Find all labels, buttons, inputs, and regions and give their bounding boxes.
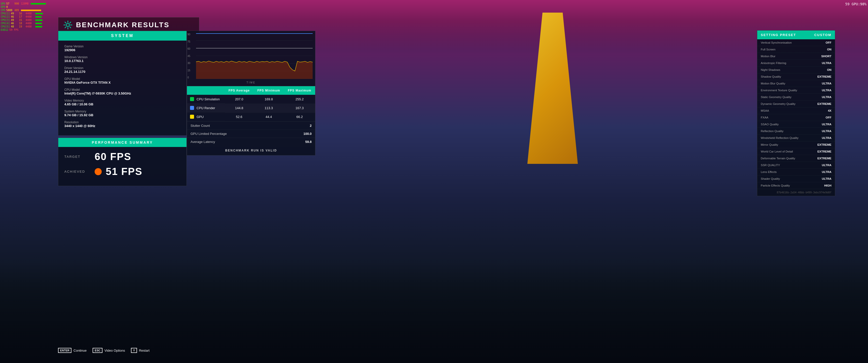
perf-target-row: TARGET 60 FPS [64, 151, 180, 162]
avg-latency-label: Average Latency [190, 140, 215, 144]
settings-row-windshield-reflection: Windshield Reflection Quality ULTRA [757, 135, 835, 141]
svg-line-7 [65, 27, 66, 28]
svg-point-0 [66, 24, 69, 27]
gpu-limited-value: 100.0 [303, 132, 312, 136]
gear-icon [63, 21, 72, 30]
gpu-min: 44.4 [254, 112, 284, 121]
fps-col-max: FPS Maximum [284, 86, 315, 95]
svg-line-6 [70, 27, 71, 28]
fps-table-header-row: FPS Average FPS Minimum FPS Maximum [187, 86, 315, 95]
system-header: SYSTEM [58, 31, 186, 41]
settings-row-env-texture: Environment Texture Quality ULTRA [757, 87, 835, 94]
fps-col-min: FPS Minimum [254, 86, 284, 95]
chart-table-column: 90 75 60 45 30 15 0 [187, 31, 315, 156]
system-row-cpu-model: CPU Model Intel(R) Core(TM) i7-5930K CPU… [64, 88, 180, 95]
hud-system-stats: GPU 57 998 128MB GPU 0 CPU 5888 409 CPU[… [0, 1, 47, 32]
restart-label: Restart [139, 349, 150, 353]
settings-row-motion-blur: Motion Blur SHORT [757, 53, 835, 60]
system-body: Game Version 192906 Windows Version 10.0… [58, 41, 186, 135]
settings-row-ssao: SSAO Quality ULTRA [757, 121, 835, 128]
bottom-controls-bar: ENTER Continue ESC Video Options Y Resta… [58, 348, 150, 353]
cpu-render-label: CPU Render [196, 106, 215, 110]
settings-row-deformable-terrain: Deformable Terrain Quality EXTREME [757, 155, 835, 162]
gpu-max: 66.2 [284, 112, 315, 121]
settings-preset-label: SETTING PRESET [761, 33, 796, 37]
perf-achieved-row: ACHIEVED 51 FPS [64, 166, 180, 177]
svg-line-8 [70, 22, 71, 23]
settings-row-static-geometry: Static Geometry Quality ULTRA [757, 94, 835, 101]
performance-summary-header: PERFORMANCE SUMMARY [58, 138, 186, 147]
control-enter[interactable]: ENTER Continue [58, 348, 87, 353]
fps-row-cpu-sim: CPU Simulation 207.0 169.8 255.2 [187, 95, 315, 104]
cpu-sim-min: 169.8 [254, 95, 284, 104]
fps-results-table: FPS Average FPS Minimum FPS Maximum CPU … [187, 86, 315, 122]
fps-col-avg: FPS Average [225, 86, 254, 95]
cpu-render-min: 113.3 [254, 104, 284, 112]
fps-data-table: FPS Average FPS Minimum FPS Maximum CPU … [187, 86, 315, 156]
svg-line-5 [65, 22, 66, 23]
settings-preset-value: CUSTOM [814, 33, 831, 37]
settings-row-particle-effects: Particle Effects Quality HIGH [757, 182, 835, 189]
chart-y-axis: 90 75 60 45 30 15 0 [187, 33, 190, 79]
cpu-sim-max: 255.2 [284, 95, 315, 104]
settings-row-night-shadows: Night Shadows ON [757, 67, 835, 73]
system-perf-column: SYSTEM Game Version 192906 Windows Versi… [58, 31, 187, 186]
cpu-sim-label: CPU Simulation [196, 97, 220, 101]
gpu-limited-label: GPU Limited Percentage [190, 132, 227, 136]
settings-footer-hash: 87b4616b-2a54-40bb-b499-3ebc974e9d0f [757, 189, 835, 196]
settings-header: SETTING PRESET CUSTOM [757, 31, 835, 39]
system-row-gpu-model: GPU Model NVIDIA GeForce GTX TITAN X [64, 77, 180, 85]
fps-col-name [187, 86, 225, 95]
settings-row-ssr: SSR QUALITY ULTRA [757, 162, 835, 169]
stutter-count-row: Stutter Count 2 [187, 122, 315, 130]
achieved-indicator-dot [95, 168, 102, 175]
system-row-windows-version: Windows Version 10.0.17763.1 [64, 56, 180, 63]
settings-row-motion-blur-quality: Motion Blur Quality ULTRA [757, 80, 835, 87]
enter-key-label: ENTER [58, 348, 71, 353]
gpu-label: GPU [196, 115, 204, 119]
avg-latency-row: Average Latency 59.8 [187, 138, 315, 146]
settings-row-lens-effects: Lens Effects ULTRA [757, 169, 835, 175]
y-key-label: Y [131, 348, 137, 353]
system-row-video-memory: Video Memory 4.65 GB / 10.06 GB [64, 99, 180, 106]
control-y[interactable]: Y Restart [131, 348, 149, 353]
performance-summary-panel: PERFORMANCE SUMMARY TARGET 60 FPS ACHIEV… [58, 138, 187, 186]
settings-row-mirror: Mirror Quality EXTREME [757, 141, 835, 148]
extra-stats: Stutter Count 2 GPU Limited Percentage 1… [187, 122, 315, 146]
benchmark-valid-text: BENCHMARK RUN IS VALID [187, 146, 315, 155]
settings-row-dynamic-geometry: Dynamic Geometry Quality EXTREME [757, 101, 835, 107]
cpu-render-avg: 144.8 [225, 104, 254, 112]
fps-chart-svg [196, 33, 313, 79]
chart-time-label: TIME [247, 81, 256, 84]
benchmark-title-text: BENCHMARK RESULTS [76, 21, 169, 29]
cpu-sim-color-dot [190, 97, 194, 101]
performance-summary-body: TARGET 60 FPS ACHIEVED 51 FPS [58, 147, 186, 186]
settings-row-anisotropic: Anisotropic Filtering ULTRA [757, 60, 835, 67]
gpu-color-dot [190, 115, 194, 119]
settings-row-shadow-quality: Shadow Quality EXTREME [757, 73, 835, 80]
control-esc[interactable]: ESC Video Options [93, 348, 125, 353]
fps-row-cpu-render: CPU Render 144.8 113.3 167.3 [187, 104, 315, 112]
left-panels: SYSTEM Game Version 192906 Windows Versi… [58, 31, 315, 186]
stutter-count-label: Stutter Count [190, 124, 210, 128]
system-row-resolution: Resolution 3440 x 1440 @ 60Hz [64, 121, 180, 128]
fps-row-gpu: GPU 52.6 44.4 66.2 [187, 112, 315, 121]
avg-latency-value: 59.8 [305, 140, 312, 144]
settings-row-msaa: MSAA 4X [757, 107, 835, 114]
video-options-label: Video Options [104, 349, 125, 353]
system-panel: SYSTEM Game Version 192906 Windows Versi… [58, 31, 187, 136]
settings-row-world-car-lod: World Car Level of Detail EXTREME [757, 148, 835, 155]
system-row-driver-version: Driver Version 24.21.14.1170 [64, 66, 180, 74]
fps-chart-panel: 90 75 60 45 30 15 0 [187, 31, 315, 86]
system-row-game-version: Game Version 192906 [64, 45, 180, 52]
settings-row-shader: Shader Quality ULTRA [757, 175, 835, 182]
settings-row-fullscreen: Full Screen ON [757, 46, 835, 53]
settings-row-vsync: Vertical Synchronisation OFF [757, 39, 835, 46]
stutter-count-value: 2 [310, 124, 312, 128]
cpu-render-color-dot [190, 106, 194, 110]
gpu-avg: 52.6 [225, 112, 254, 121]
continue-label: Continue [73, 349, 87, 353]
esc-key-label: ESC [93, 348, 102, 353]
gpu-limited-row: GPU Limited Percentage 100.0 [187, 130, 315, 138]
hud-fps-display: 59 GPU:98% [844, 1, 868, 7]
